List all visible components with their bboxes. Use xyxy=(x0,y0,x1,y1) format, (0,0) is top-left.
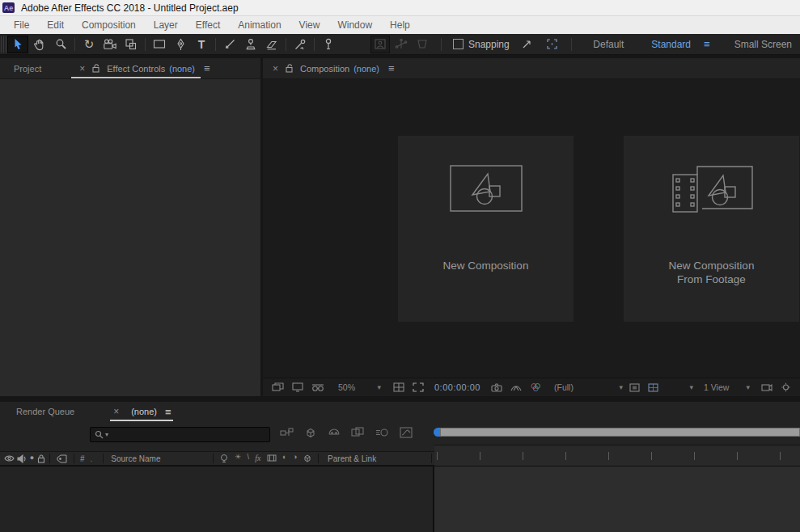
adjustment-layer-icon[interactable]: ◑ xyxy=(293,454,297,463)
tab-project[interactable]: Project xyxy=(14,64,41,74)
lock-icon[interactable] xyxy=(37,454,45,463)
always-preview-icon[interactable] xyxy=(272,382,284,392)
collapse-transformations-icon[interactable]: ☀ xyxy=(235,454,241,463)
stereo-3d-glasses-icon[interactable] xyxy=(311,383,324,392)
menu-composition[interactable]: Composition xyxy=(73,19,145,31)
transparency-grid-icon[interactable] xyxy=(648,383,658,392)
view-layout-select[interactable]: 1 View ▾ xyxy=(701,382,752,392)
search-icon[interactable] xyxy=(95,430,104,439)
show-snapshot-icon[interactable] xyxy=(510,383,522,392)
current-time-display[interactable]: 0:00:00:00 xyxy=(434,382,480,392)
menu-animation[interactable]: Animation xyxy=(229,19,290,31)
menu-view[interactable]: View xyxy=(290,19,329,31)
menu-layer[interactable]: Layer xyxy=(145,19,187,31)
view-axis-mode-button[interactable] xyxy=(413,36,432,53)
layer-list-area[interactable] xyxy=(0,467,433,532)
brush-tool-button[interactable] xyxy=(220,36,239,53)
toolbar-grip[interactable] xyxy=(1,36,6,53)
pixel-aspect-icon[interactable] xyxy=(629,383,640,392)
snap-bounding-box-button[interactable] xyxy=(543,36,562,53)
comp-mini-flowchart-icon[interactable] xyxy=(280,427,294,438)
rotation-tool-button[interactable]: ↻ xyxy=(79,36,99,53)
world-axis-mode-button[interactable] xyxy=(392,36,411,53)
selection-tool-button[interactable] xyxy=(7,36,28,53)
motion-blur-icon[interactable] xyxy=(375,427,389,438)
search-input[interactable] xyxy=(111,429,269,441)
workspace-default[interactable]: Default xyxy=(593,39,624,50)
puppet-pin-tool-button[interactable] xyxy=(319,36,338,53)
camera-tool-button[interactable] xyxy=(100,36,120,53)
menu-file[interactable]: File xyxy=(5,19,38,31)
timeline-tab-close-icon[interactable]: × xyxy=(113,406,119,417)
effect-controls-close-icon[interactable]: × xyxy=(79,63,85,74)
menu-help[interactable]: Help xyxy=(381,19,419,31)
motion-blur-switch-icon[interactable]: ◐ xyxy=(282,454,286,463)
tab-composition[interactable]: Composition xyxy=(300,64,349,74)
time-ruler[interactable] xyxy=(434,445,800,466)
parent-link-column-header[interactable]: Parent & Link xyxy=(321,454,429,463)
grid-guides-icon[interactable] xyxy=(393,382,404,392)
magnification-select[interactable]: 50% ▾ xyxy=(335,382,383,392)
zoom-tool-button[interactable] xyxy=(51,36,70,53)
quality-icon[interactable]: \ xyxy=(247,454,249,463)
snapshot-camera-icon[interactable] xyxy=(491,383,502,392)
graph-editor-icon[interactable] xyxy=(400,427,413,438)
tab-render-queue[interactable]: Render Queue xyxy=(16,407,74,416)
share-view-options-icon[interactable] xyxy=(761,383,772,392)
effects-fx-icon[interactable]: fx xyxy=(255,454,260,463)
audio-speaker-icon[interactable] xyxy=(17,454,27,463)
tab-effect-controls[interactable]: Effect Controls xyxy=(107,64,165,74)
snap-along-edges-button[interactable] xyxy=(518,36,537,53)
workspace-menu-icon[interactable]: ≡ xyxy=(704,38,710,50)
track-area[interactable] xyxy=(434,467,800,532)
snapping-checkbox[interactable] xyxy=(453,39,463,49)
frame-blend-switch-icon[interactable] xyxy=(267,454,277,462)
hand-tool-button[interactable] xyxy=(30,36,49,53)
video-eye-icon[interactable] xyxy=(4,454,15,462)
menu-effect[interactable]: Effect xyxy=(187,19,229,31)
new-composition-button[interactable]: New Composition xyxy=(398,136,574,322)
chevron-down-icon[interactable]: ▾ xyxy=(689,383,693,391)
type-tool-button[interactable]: T xyxy=(192,36,211,53)
roto-brush-tool-button[interactable] xyxy=(290,36,310,53)
clone-stamp-tool-button[interactable] xyxy=(241,36,260,53)
source-name-column-header[interactable]: Source Name xyxy=(106,454,210,463)
pen-tool-button[interactable] xyxy=(171,36,190,53)
time-navigator-start-handle[interactable] xyxy=(434,428,440,437)
number-column-header[interactable]: # . xyxy=(77,454,100,463)
adjust-exposure-icon[interactable] xyxy=(781,382,791,392)
effect-controls-target[interactable]: (none) xyxy=(169,64,195,74)
menu-window[interactable]: Window xyxy=(328,19,381,31)
shy-switch-icon[interactable] xyxy=(219,454,229,462)
eraser-tool-button[interactable] xyxy=(262,36,281,53)
search-filter-chevron-icon[interactable]: ▾ xyxy=(105,431,108,438)
label-column-header[interactable] xyxy=(53,454,71,463)
pan-behind-tool-button[interactable] xyxy=(121,36,141,53)
time-navigator[interactable] xyxy=(434,428,800,437)
time-navigator-bar[interactable] xyxy=(440,428,800,437)
unlock-icon[interactable] xyxy=(92,64,100,73)
effect-controls-panel-menu-icon[interactable]: ≡ xyxy=(204,62,210,74)
composition-target[interactable]: (none) xyxy=(353,64,379,74)
workspace-standard[interactable]: Standard xyxy=(651,39,691,50)
local-axis-mode-button[interactable] xyxy=(370,36,390,53)
3d-layer-cube-icon[interactable] xyxy=(303,454,312,463)
region-of-interest-icon[interactable] xyxy=(413,382,424,392)
resolution-select[interactable]: (Full) ▾ xyxy=(551,382,625,392)
solo-icon[interactable]: ● xyxy=(30,454,34,463)
unlock-icon[interactable] xyxy=(286,64,294,73)
menu-edit[interactable]: Edit xyxy=(38,19,73,31)
timeline-panel-menu-icon[interactable]: ≡ xyxy=(165,406,171,418)
timeline-search-box[interactable]: ▾ xyxy=(90,427,270,442)
frame-blending-icon[interactable] xyxy=(351,427,365,438)
draft-3d-icon[interactable] xyxy=(304,427,317,438)
channel-rgb-icon[interactable] xyxy=(530,382,542,392)
composition-panel-menu-icon[interactable]: ≡ xyxy=(388,62,395,74)
rectangle-tool-button[interactable] xyxy=(150,36,169,53)
workspace-small-screen[interactable]: Small Screen xyxy=(734,39,792,50)
timeline-active-tab[interactable]: (none) xyxy=(131,407,157,416)
composition-close-icon[interactable]: × xyxy=(273,63,278,74)
hide-shy-layers-icon[interactable] xyxy=(328,427,341,438)
new-composition-from-footage-button[interactable]: New Composition From Footage xyxy=(624,136,799,322)
main-viewer-icon[interactable] xyxy=(292,382,303,392)
